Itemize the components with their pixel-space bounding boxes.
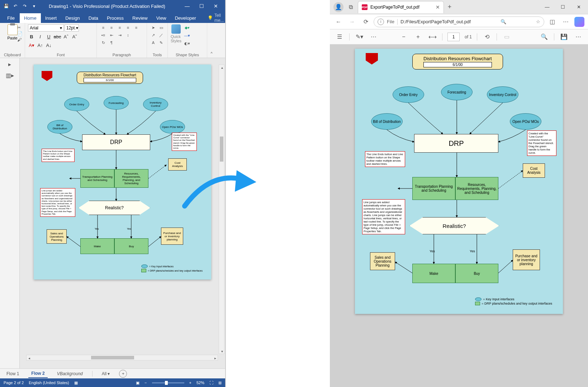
expand-rail-icon[interactable]: ▸: [8, 61, 11, 68]
redo-icon[interactable]: ↷: [21, 2, 29, 10]
align-top-button[interactable]: ≡: [124, 24, 132, 31]
line-tool-button[interactable]: ／: [158, 32, 165, 38]
fit-width-icon[interactable]: ⟷: [428, 32, 437, 42]
edge-close-button[interactable]: ✕: [571, 1, 587, 13]
rotate-icon[interactable]: ⟲: [482, 32, 492, 42]
font-size-select[interactable]: 12pt.▾: [65, 24, 79, 32]
browser-tab[interactable]: PDF ExportPageToPdf_out.pdf ✕: [358, 1, 444, 13]
node-drp[interactable]: DRP: [82, 134, 150, 150]
vertical-scrollbar[interactable]: ▴ ▾: [219, 64, 224, 354]
tab-process[interactable]: Process: [103, 13, 128, 23]
fit-page-button[interactable]: ⛶: [209, 381, 213, 385]
visio-page[interactable]: Distribution Resources Flowchart 6/1/00 …: [34, 64, 211, 280]
line-button[interactable]: —▾: [184, 32, 191, 39]
node-purchase[interactable]: Purchase and or inventory planning: [161, 228, 183, 245]
node-buy[interactable]: Buy: [114, 238, 148, 254]
direction-button[interactable]: ¶: [108, 39, 115, 46]
node-order-entry[interactable]: Order Entry: [64, 97, 89, 111]
strike-button[interactable]: abc: [54, 33, 61, 40]
find-icon[interactable]: 🔍: [540, 32, 549, 42]
bullets-button[interactable]: •≡: [100, 32, 107, 38]
pdf-viewport[interactable]: Distribution Resources Flowchart 6/1/00 …: [330, 44, 588, 387]
underline-button[interactable]: U: [45, 33, 52, 40]
node-inventory[interactable]: Inventory Control: [143, 97, 168, 111]
tell-me-search[interactable]: 💡Tell me...: [208, 13, 224, 23]
pointer-tool-button[interactable]: ➤: [150, 24, 157, 31]
node-open-pos[interactable]: Open POs/ MOs: [160, 120, 185, 134]
copilot-icon[interactable]: [574, 16, 585, 28]
align-mid-button[interactable]: ≡: [133, 24, 140, 31]
effects-button[interactable]: ◐▾: [184, 40, 191, 47]
zoom-out-icon[interactable]: −: [399, 32, 408, 42]
more-tools-icon[interactable]: ⋯: [369, 32, 378, 42]
node-sales[interactable]: Sales and Operations Planning: [47, 229, 67, 244]
node-realistic[interactable]: Realistic?: [79, 201, 150, 215]
align-left-button[interactable]: ≡: [100, 24, 107, 31]
rotate-button[interactable]: ↻: [100, 39, 107, 46]
tab-data[interactable]: Data: [84, 13, 103, 23]
spacing-button[interactable]: ↕: [124, 32, 132, 38]
tab-design[interactable]: Design: [61, 13, 84, 23]
tab-view[interactable]: View: [152, 13, 171, 23]
zoom-out-button[interactable]: −: [144, 381, 147, 385]
ribbon-close-icon[interactable]: ✕: [224, 16, 239, 23]
align-center-button[interactable]: ≡: [108, 24, 115, 31]
add-page-button[interactable]: +: [119, 370, 127, 378]
settings-more-icon[interactable]: ⋯: [560, 16, 572, 28]
font-color-button[interactable]: A▾: [28, 42, 35, 49]
close-button[interactable]: ✕: [209, 1, 223, 11]
quick-styles-button[interactable]: Quick Styles: [171, 24, 181, 43]
tab-home[interactable]: Home: [20, 13, 41, 23]
shrink-font-button[interactable]: Aˇ: [71, 33, 78, 40]
horizontal-scrollbar[interactable]: ◂ ▸: [26, 355, 218, 360]
grow-font-button[interactable]: Aˆ: [62, 33, 70, 40]
node-transportation[interactable]: Transportation Planning and Scheduling: [80, 169, 114, 188]
freeform-tool-button[interactable]: ✎: [158, 39, 165, 46]
shapes-rail[interactable]: ▸ ▥▸: [0, 58, 20, 368]
tab-insert[interactable]: Insert: [41, 13, 61, 23]
contents-icon[interactable]: ☰: [335, 32, 344, 42]
italic-button[interactable]: I: [37, 33, 44, 40]
undo-icon[interactable]: ↶: [11, 2, 19, 10]
tab-developer[interactable]: Developer: [171, 13, 200, 23]
addr-zoom-icon[interactable]: 🔍: [501, 19, 506, 24]
shrink-font2-button[interactable]: A↓: [45, 42, 52, 49]
copy-icon[interactable]: 📄: [17, 31, 23, 36]
macro-icon[interactable]: ▦: [74, 381, 78, 385]
stencil-icon[interactable]: ▥▸: [6, 72, 14, 79]
connector-tool-button[interactable]: ↗: [150, 32, 157, 38]
page-tab-flow2[interactable]: Flow 2: [28, 369, 47, 378]
back-button[interactable]: ←: [333, 16, 344, 28]
fit-width-button[interactable]: ⊞: [218, 381, 222, 385]
node-cost[interactable]: Cost Analysis: [168, 158, 187, 171]
node-resources[interactable]: Resources, Requirements, Planning, and S…: [114, 169, 148, 188]
font-name-select[interactable]: Arial▾: [28, 24, 64, 32]
page-tab-flow1[interactable]: Flow 1: [4, 370, 22, 378]
bold-button[interactable]: B: [28, 33, 35, 40]
address-bar[interactable]: i File D:/Files/ExportPageToPdf_out.pdf …: [374, 16, 544, 27]
text-tool-button[interactable]: A: [150, 39, 157, 46]
page-tab-vbackground[interactable]: VBackground: [54, 370, 86, 378]
zoom-in-button[interactable]: +: [189, 381, 191, 385]
pdf-more-icon[interactable]: ⋯: [574, 32, 583, 42]
node-bill[interactable]: Bill of Distribution: [47, 120, 72, 134]
align-right-button[interactable]: ≡: [116, 24, 123, 31]
split-screen-icon[interactable]: ◫: [546, 16, 558, 28]
cut-icon[interactable]: ✂: [17, 25, 23, 30]
tab-review[interactable]: Review: [128, 13, 152, 23]
refresh-button[interactable]: ⟳: [360, 16, 371, 28]
node-make[interactable]: Make: [80, 238, 114, 254]
format-painter-icon[interactable]: 🖌: [17, 37, 23, 42]
rect-tool-button[interactable]: ▭: [158, 24, 165, 31]
qat-more-icon[interactable]: ▾: [30, 2, 38, 10]
zoom-in-icon[interactable]: +: [413, 32, 423, 42]
indent-dec-button[interactable]: ⇤: [108, 32, 115, 38]
minimize-button[interactable]: —: [180, 1, 194, 11]
new-tab-button[interactable]: +: [444, 3, 455, 11]
node-forecasting[interactable]: Forecasting: [104, 96, 129, 110]
grow-font2-button[interactable]: A↑: [37, 42, 44, 49]
maximize-button[interactable]: ☐: [194, 1, 209, 11]
profile-icon[interactable]: 👤: [333, 2, 343, 12]
tab-close-icon[interactable]: ✕: [436, 4, 440, 10]
edge-minimize-button[interactable]: —: [539, 1, 555, 13]
